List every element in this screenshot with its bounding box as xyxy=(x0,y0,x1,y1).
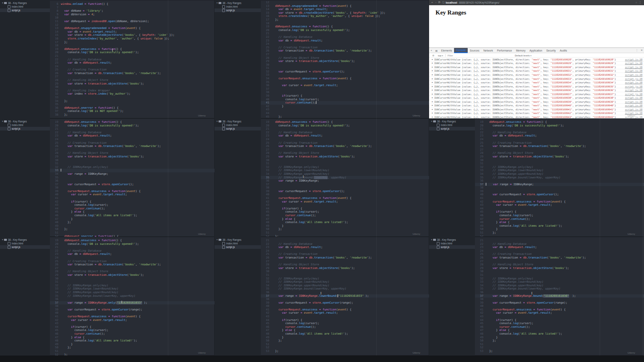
expand-triangle-icon[interactable]: ▶ xyxy=(432,85,433,87)
console-log-row[interactable]: ▶IDBCursorWithValue {value: {…}, source:… xyxy=(429,77,644,81)
code-area[interactable]: 2122 // Handling Database23 var db = dbR… xyxy=(475,237,644,356)
console-filter-input[interactable]: Filter xyxy=(448,54,508,57)
sidebar-folder[interactable]: ▾38 - Key Ranges xyxy=(0,1,50,5)
sidebar-file-script-js[interactable]: script.js xyxy=(0,127,50,130)
console-log-row[interactable]: ▶IDBCursorWithValue {value: {…}, source:… xyxy=(429,88,644,92)
code-area[interactable]: 2122 // Handling Database23 var db = dbR… xyxy=(261,237,429,356)
code-area[interactable]: 19 dbRequest.onsuccess = function() {20 … xyxy=(261,118,429,237)
source-link[interactable]: script.js:38 xyxy=(623,62,644,64)
source-link[interactable]: script.js:38 xyxy=(623,66,644,68)
source-link[interactable]: script.js:38 xyxy=(623,96,644,99)
source-link[interactable]: script.js:38 xyxy=(623,100,644,103)
sidebar-file-index-html[interactable]: index.html xyxy=(429,242,475,245)
console-log[interactable]: ▶IDBCursorWithValue {value: {…}, source:… xyxy=(429,58,644,118)
expand-triangle-icon[interactable]: ▶ xyxy=(432,112,433,114)
console-log-row[interactable]: ▶IDBCursorWithValue {value: {…}, source:… xyxy=(429,58,644,62)
devtools-menu-icon[interactable]: ⋮ xyxy=(634,49,640,52)
expand-triangle-icon[interactable]: ▶ xyxy=(432,89,433,91)
expand-triangle-icon[interactable]: ▶ xyxy=(432,97,433,99)
expand-triangle-icon[interactable]: ▶ xyxy=(432,58,433,60)
expand-triangle-icon[interactable]: ▶ xyxy=(432,108,433,110)
devtools-tab-performance[interactable]: Performance xyxy=(495,48,514,53)
sidebar-file-script-js[interactable]: script.js xyxy=(215,8,261,12)
console-log-row[interactable]: ▶IDBCursorWithValue {value: {…}, source:… xyxy=(429,115,644,118)
code-area[interactable]: 19 dbRequest.onsuccess = function() {20 … xyxy=(475,118,644,237)
devtools-tab-console[interactable]: Console xyxy=(454,48,468,53)
source-link[interactable]: script.js:38 xyxy=(623,93,644,95)
log-level-selector[interactable]: Default levels ▾ xyxy=(515,54,531,57)
sidebar-file-index-html[interactable]: index.html xyxy=(215,242,261,245)
site-info-icon[interactable]: ⓘ xyxy=(442,1,444,4)
console-log-row[interactable]: ▶IDBCursorWithValue {value: {…}, source:… xyxy=(429,62,644,66)
expand-triangle-icon[interactable]: ▶ xyxy=(432,116,433,118)
browser-menu-icon[interactable]: ⋮ xyxy=(639,0,642,5)
sidebar-file-index-html[interactable]: index.html xyxy=(0,123,50,127)
devtools-tab-memory[interactable]: Memory xyxy=(514,48,527,53)
devtools-tab-application[interactable]: Application xyxy=(527,48,544,53)
sidebar-folder[interactable]: ▾38 - Key Ranges xyxy=(429,238,475,242)
sidebar-folder[interactable]: ▾38 - Key Ranges xyxy=(0,120,50,123)
sidebar-file-script-js[interactable]: script.js xyxy=(0,245,50,249)
clear-console-icon[interactable]: ⊘ xyxy=(431,54,436,57)
sidebar-file-index-html[interactable]: index.html xyxy=(0,242,50,245)
sidebar-folder[interactable]: ▾38 - Key Ranges xyxy=(215,120,261,123)
devtools-tab-sources[interactable]: Sources xyxy=(468,48,481,53)
code-area[interactable]: 19 dbRequest.onsuccess = function() {20 … xyxy=(50,237,215,356)
console-log-row[interactable]: ▶IDBCursorWithValue {value: {…}, source:… xyxy=(429,73,644,77)
console-log-row[interactable]: ▶IDBCursorWithValue {value: {…}, source:… xyxy=(429,81,644,85)
device-toolbar-icon[interactable]: ▤ xyxy=(433,49,439,52)
console-log-row[interactable]: ▶IDBCursorWithValue {value: {…}, source:… xyxy=(429,65,644,69)
sidebar-file-script-js[interactable]: script.js xyxy=(0,8,50,12)
sidebar-file-script-js[interactable]: script.js xyxy=(215,245,261,249)
console-log-row[interactable]: ▶IDBCursorWithValue {value: {…}, source:… xyxy=(429,104,644,108)
devtools-tab-network[interactable]: Network xyxy=(481,48,495,53)
console-log-row[interactable]: ▶IDBCursorWithValue {value: {…}, source:… xyxy=(429,100,644,104)
console-log-row[interactable]: ▶IDBCursorWithValue {value: {…}, source:… xyxy=(429,69,644,73)
expand-triangle-icon[interactable]: ▶ xyxy=(432,62,433,64)
expand-triangle-icon[interactable]: ▶ xyxy=(432,101,433,103)
bookmark-star-icon[interactable]: ☆ xyxy=(636,0,637,5)
sidebar-folder[interactable]: ▾38 - Key Ranges xyxy=(0,238,50,242)
sidebar-folder[interactable]: ▾38 - Key Ranges xyxy=(215,1,261,5)
source-link[interactable]: script.js:38 xyxy=(623,81,644,84)
sidebar-file-index-html[interactable]: index.html xyxy=(0,5,50,8)
forward-icon[interactable]: → xyxy=(435,0,436,5)
expand-triangle-icon[interactable]: ▶ xyxy=(432,70,433,72)
expand-triangle-icon[interactable]: ▶ xyxy=(432,78,433,80)
expand-triangle-icon[interactable]: ▶ xyxy=(432,74,433,76)
source-link[interactable]: script.js:38 xyxy=(623,58,644,61)
expand-triangle-icon[interactable]: ▶ xyxy=(432,66,433,68)
console-log-row[interactable]: ▶IDBCursorWithValue {value: {…}, source:… xyxy=(429,112,644,116)
back-icon[interactable]: ← xyxy=(431,0,433,5)
address-bar[interactable]: ⓘlocalhost:8888/38%20-%20Key%20Ranges/ xyxy=(442,1,634,4)
sidebar-file-index-html[interactable]: index.html xyxy=(215,5,261,8)
devtools-close-icon[interactable]: ✕ xyxy=(640,49,644,52)
console-log-row[interactable]: ▶IDBCursorWithValue {value: {…}, source:… xyxy=(429,85,644,89)
sidebar-file-script-js[interactable]: script.js xyxy=(215,127,261,130)
source-link[interactable]: script.js:38 xyxy=(623,108,644,111)
expand-triangle-icon[interactable]: ▶ xyxy=(432,81,433,83)
console-log-row[interactable]: ▶IDBCursorWithValue {value: {…}, source:… xyxy=(429,92,644,96)
console-log-row[interactable]: ▶IDBCursorWithValue {value: {…}, source:… xyxy=(429,96,644,100)
source-link[interactable]: script.js:38 xyxy=(623,85,644,88)
devtools-tab-audits[interactable]: Audits xyxy=(558,48,569,53)
code-area[interactable]: 1213 dbRequest.onupgradeneeded = functio… xyxy=(261,0,429,118)
context-selector[interactable]: top ▾ xyxy=(438,54,443,57)
expand-triangle-icon[interactable]: ▶ xyxy=(432,104,433,106)
sidebar-file-script-js[interactable]: script.js xyxy=(429,245,475,249)
source-link[interactable]: script.js:38 xyxy=(623,89,644,91)
code-area[interactable]: 6window.onload = function() {78 var dbNa… xyxy=(50,0,215,118)
sidebar-folder[interactable]: ▾38 - Key Ranges xyxy=(215,238,261,242)
source-link[interactable]: script.js:38 xyxy=(623,104,644,107)
sidebar-file-index-html[interactable]: index.html xyxy=(429,123,475,127)
code-area[interactable]: 19 dbRequest.onsuccess = function() {20 … xyxy=(50,118,215,237)
devtools-tab-security[interactable]: Security xyxy=(544,48,557,53)
source-link[interactable]: script.js:38 xyxy=(623,69,644,72)
inspect-element-icon[interactable]: ⌖ xyxy=(429,49,433,52)
sidebar-file-script-js[interactable]: script.js xyxy=(429,127,475,130)
reload-icon[interactable]: ⟳ xyxy=(438,0,440,5)
devtools-tab-elements[interactable]: Elements xyxy=(439,48,454,53)
console-log-row[interactable]: ▶IDBCursorWithValue {value: {…}, source:… xyxy=(429,108,644,112)
source-link[interactable]: script.js:38 xyxy=(623,73,644,76)
sidebar-file-index-html[interactable]: index.html xyxy=(215,123,261,127)
